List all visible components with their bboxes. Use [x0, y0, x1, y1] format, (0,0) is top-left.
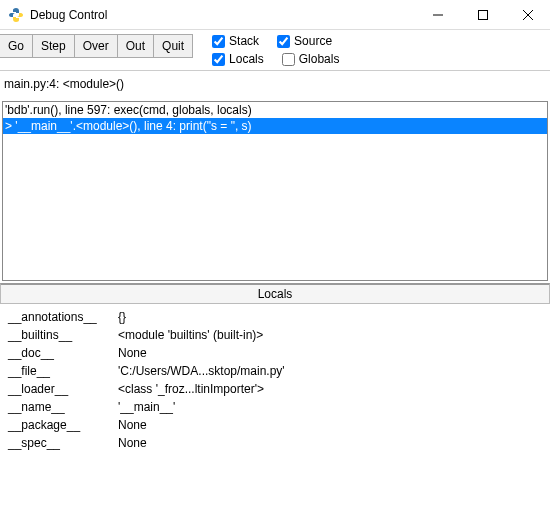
python-icon [8, 7, 24, 23]
locals-section-header: Locals [0, 283, 550, 304]
locals-row: __spec__None [4, 434, 546, 452]
locals-value: None [114, 344, 546, 362]
locals-value: None [114, 416, 546, 434]
locals-checkbox-input[interactable] [212, 53, 225, 66]
locals-value: {} [114, 308, 546, 326]
window-title: Debug Control [30, 8, 415, 22]
globals-checkbox-input[interactable] [282, 53, 295, 66]
source-checkbox-label: Source [294, 34, 332, 48]
view-checkboxes: Stack Source Locals Globals [212, 34, 339, 66]
locals-key: __name__ [4, 398, 114, 416]
close-button[interactable] [505, 0, 550, 30]
toolbar: Go Step Over Out Quit Stack Source Local… [0, 30, 550, 71]
locals-row: __doc__None [4, 344, 546, 362]
locals-row: __loader__<class '_froz...ltinImporter'> [4, 380, 546, 398]
locals-key: __package__ [4, 416, 114, 434]
go-button[interactable]: Go [0, 34, 33, 58]
quit-button[interactable]: Quit [153, 34, 193, 58]
locals-key: __spec__ [4, 434, 114, 452]
source-checkbox[interactable]: Source [277, 34, 332, 48]
locals-key: __doc__ [4, 344, 114, 362]
locals-table: __annotations__{}__builtins__<module 'bu… [4, 308, 546, 452]
locals-value: 'C:/Users/WDA...sktop/main.py' [114, 362, 546, 380]
over-button[interactable]: Over [74, 34, 118, 58]
locals-row: __file__'C:/Users/WDA...sktop/main.py' [4, 362, 546, 380]
maximize-button[interactable] [460, 0, 505, 30]
stack-checkbox-input[interactable] [212, 35, 225, 48]
debug-buttons: Go Step Over Out Quit [0, 34, 192, 58]
titlebar: Debug Control [0, 0, 550, 30]
locals-value: <class '_froz...ltinImporter'> [114, 380, 546, 398]
out-button[interactable]: Out [117, 34, 154, 58]
locals-key: __file__ [4, 362, 114, 380]
locals-key: __annotations__ [4, 308, 114, 326]
locals-row: __annotations__{} [4, 308, 546, 326]
locals-key: __loader__ [4, 380, 114, 398]
source-checkbox-input[interactable] [277, 35, 290, 48]
stack-checkbox[interactable]: Stack [212, 34, 259, 48]
locals-row: __builtins__<module 'builtins' (built-in… [4, 326, 546, 344]
locals-panel: __annotations__{}__builtins__<module 'bu… [0, 304, 550, 456]
locals-value: None [114, 434, 546, 452]
locals-row: __name__'__main__' [4, 398, 546, 416]
locals-value: '__main__' [114, 398, 546, 416]
globals-checkbox[interactable]: Globals [282, 52, 340, 66]
stack-listbox[interactable]: 'bdb'.run(), line 597: exec(cmd, globals… [2, 101, 548, 281]
step-button[interactable]: Step [32, 34, 75, 58]
locals-checkbox[interactable]: Locals [212, 52, 264, 66]
minimize-button[interactable] [415, 0, 460, 30]
window-controls [415, 0, 550, 30]
locals-checkbox-label: Locals [229, 52, 264, 66]
current-location: main.py:4: <module>() [0, 71, 550, 97]
stack-frame[interactable]: 'bdb'.run(), line 597: exec(cmd, globals… [3, 102, 547, 118]
svg-rect-1 [478, 10, 487, 19]
stack-checkbox-label: Stack [229, 34, 259, 48]
locals-row: __package__None [4, 416, 546, 434]
locals-key: __builtins__ [4, 326, 114, 344]
globals-checkbox-label: Globals [299, 52, 340, 66]
locals-value: <module 'builtins' (built-in)> [114, 326, 546, 344]
stack-frame[interactable]: > '__main__'.<module>(), line 4: print("… [3, 118, 547, 134]
